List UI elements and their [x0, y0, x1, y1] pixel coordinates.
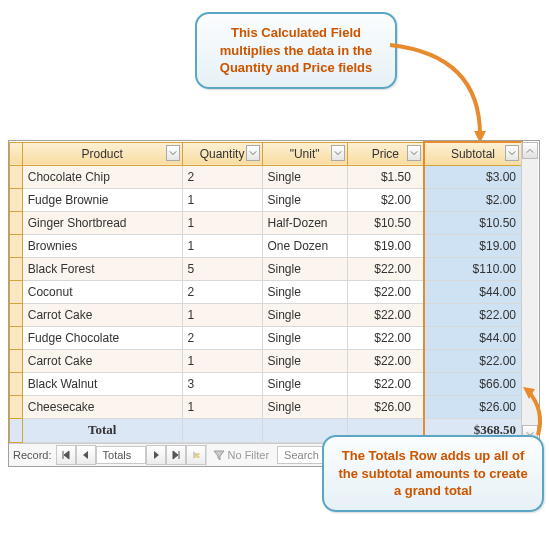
cell-unit[interactable]: One Dozen [262, 235, 347, 258]
cell-quantity[interactable]: 1 [182, 350, 262, 373]
row-selector[interactable] [10, 396, 23, 419]
cell-product[interactable]: Black Walnut [22, 373, 182, 396]
cell-subtotal[interactable]: $44.00 [424, 281, 522, 304]
table-row[interactable]: Chocolate Chip2Single$1.50$3.00 [10, 166, 523, 189]
cell-quantity[interactable]: 1 [182, 304, 262, 327]
table-row[interactable]: Ginger Shortbread1Half-Dozen$10.50$10.50 [10, 212, 523, 235]
cell-subtotal[interactable]: $19.00 [424, 235, 522, 258]
dropdown-icon[interactable] [505, 145, 519, 161]
table-row[interactable]: Fudge Brownie1Single$2.00$2.00 [10, 189, 523, 212]
col-quantity[interactable]: Quantity [182, 142, 262, 166]
cell-product[interactable]: Ginger Shortbread [22, 212, 182, 235]
cell-unit[interactable]: Single [262, 327, 347, 350]
cell-product[interactable]: Black Forest [22, 258, 182, 281]
cell-unit[interactable]: Single [262, 189, 347, 212]
cell-quantity[interactable]: 1 [182, 396, 262, 419]
cell-quantity[interactable]: 1 [182, 189, 262, 212]
cell-product[interactable]: Coconut [22, 281, 182, 304]
filter-button[interactable]: No Filter [206, 444, 276, 466]
cell-subtotal[interactable]: $110.00 [424, 258, 522, 281]
cell-price[interactable]: $1.50 [347, 166, 424, 189]
cell-subtotal[interactable]: $22.00 [424, 350, 522, 373]
row-selector[interactable] [10, 235, 23, 258]
dropdown-icon[interactable] [246, 145, 260, 161]
cell-subtotal[interactable]: $26.00 [424, 396, 522, 419]
row-selector[interactable] [10, 327, 23, 350]
cell-product[interactable]: Chocolate Chip [22, 166, 182, 189]
row-selector[interactable] [10, 281, 23, 304]
cell-unit[interactable]: Single [262, 373, 347, 396]
record-current-box[interactable]: Totals [96, 446, 146, 464]
table-row[interactable]: Brownies1One Dozen$19.00$19.00 [10, 235, 523, 258]
cell-subtotal[interactable]: $22.00 [424, 304, 522, 327]
row-selector[interactable] [10, 189, 23, 212]
cell-quantity[interactable]: 1 [182, 212, 262, 235]
cell-price[interactable]: $22.00 [347, 350, 424, 373]
cell-unit[interactable]: Single [262, 258, 347, 281]
col-product-label: Product [82, 147, 123, 161]
col-quantity-label: Quantity [200, 147, 245, 161]
row-selector[interactable] [10, 350, 23, 373]
cell-product[interactable]: Cheesecake [22, 396, 182, 419]
row-selector[interactable] [10, 373, 23, 396]
vertical-scrollbar[interactable] [521, 142, 538, 442]
row-selector[interactable] [10, 212, 23, 235]
nav-first-button[interactable] [56, 445, 76, 465]
dropdown-icon[interactable] [331, 145, 345, 161]
row-selector[interactable] [10, 419, 23, 443]
cell-subtotal[interactable]: $2.00 [424, 189, 522, 212]
cell-price[interactable]: $22.00 [347, 327, 424, 350]
table-row[interactable]: Fudge Chocolate2Single$22.00$44.00 [10, 327, 523, 350]
nav-new-button[interactable] [186, 445, 206, 465]
cell-quantity[interactable]: 5 [182, 258, 262, 281]
cell-unit[interactable]: Single [262, 350, 347, 373]
table-row[interactable]: Black Forest5Single$22.00$110.00 [10, 258, 523, 281]
cell-unit[interactable]: Single [262, 304, 347, 327]
cell-quantity[interactable]: 2 [182, 166, 262, 189]
cell-price[interactable]: $26.00 [347, 396, 424, 419]
nav-last-button[interactable] [166, 445, 186, 465]
cell-subtotal[interactable]: $3.00 [424, 166, 522, 189]
cell-quantity[interactable]: 1 [182, 235, 262, 258]
cell-unit[interactable]: Half-Dozen [262, 212, 347, 235]
nav-prev-button[interactable] [76, 445, 96, 465]
cell-quantity[interactable]: 3 [182, 373, 262, 396]
cell-unit[interactable]: Single [262, 281, 347, 304]
table-row[interactable]: Coconut2Single$22.00$44.00 [10, 281, 523, 304]
cell-product[interactable]: Carrot Cake [22, 304, 182, 327]
cell-unit[interactable]: Single [262, 396, 347, 419]
table-row[interactable]: Carrot Cake1Single$22.00$22.00 [10, 304, 523, 327]
row-selector[interactable] [10, 258, 23, 281]
table-row[interactable]: Black Walnut3Single$22.00$66.00 [10, 373, 523, 396]
row-selector-header[interactable] [10, 142, 23, 166]
col-unit[interactable]: "Unit" [262, 142, 347, 166]
cell-subtotal[interactable]: $44.00 [424, 327, 522, 350]
cell-quantity[interactable]: 2 [182, 327, 262, 350]
cell-price[interactable]: $22.00 [347, 258, 424, 281]
cell-price[interactable]: $19.00 [347, 235, 424, 258]
cell-price[interactable]: $22.00 [347, 304, 424, 327]
table-row[interactable]: Carrot Cake1Single$22.00$22.00 [10, 350, 523, 373]
col-product[interactable]: Product [22, 142, 182, 166]
col-price[interactable]: Price [347, 142, 424, 166]
scroll-up-button[interactable] [522, 142, 538, 159]
cell-price[interactable]: $22.00 [347, 281, 424, 304]
cell-subtotal[interactable]: $66.00 [424, 373, 522, 396]
row-selector[interactable] [10, 304, 23, 327]
cell-quantity[interactable]: 2 [182, 281, 262, 304]
cell-price[interactable]: $2.00 [347, 189, 424, 212]
cell-price[interactable]: $22.00 [347, 373, 424, 396]
nav-next-button[interactable] [146, 445, 166, 465]
cell-product[interactable]: Carrot Cake [22, 350, 182, 373]
table-row[interactable]: Cheesecake1Single$26.00$26.00 [10, 396, 523, 419]
row-selector[interactable] [10, 166, 23, 189]
dropdown-icon[interactable] [166, 145, 180, 161]
cell-product[interactable]: Fudge Chocolate [22, 327, 182, 350]
cell-price[interactable]: $10.50 [347, 212, 424, 235]
cell-subtotal[interactable]: $10.50 [424, 212, 522, 235]
cell-unit[interactable]: Single [262, 166, 347, 189]
col-subtotal[interactable]: Subtotal [424, 142, 522, 166]
dropdown-icon[interactable] [407, 145, 421, 161]
cell-product[interactable]: Brownies [22, 235, 182, 258]
cell-product[interactable]: Fudge Brownie [22, 189, 182, 212]
